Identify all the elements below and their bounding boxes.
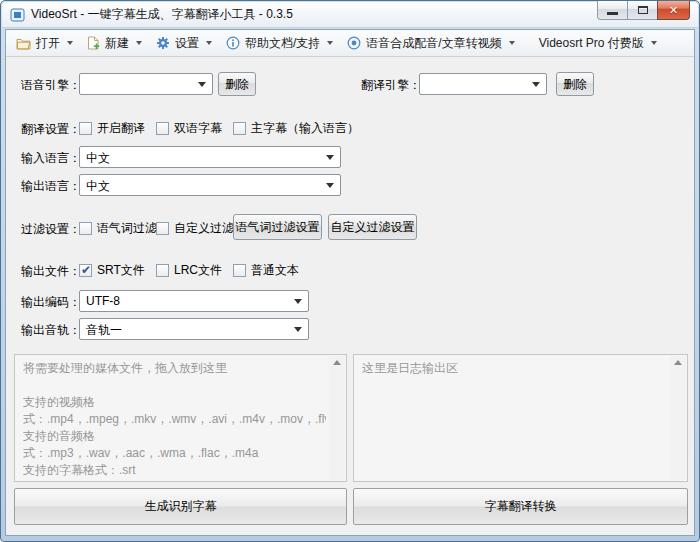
toolbar-tts-button[interactable]: 语音合成配音/文章转视频 <box>340 32 521 55</box>
checkbox-box <box>233 122 246 135</box>
combo-arrow-icon <box>326 183 334 188</box>
file-drop-scrollbar[interactable] <box>329 356 345 480</box>
translate-settings-label: 翻译设置： <box>21 121 81 138</box>
window-title: VideoSrt - 一键字幕生成、字幕翻译小工具 - 0.3.5 <box>31 6 293 23</box>
file-drop-hint: 将需要处理的媒体文件，拖入放到这里 支持的视频格式：.mp4，.mpeg，.mk… <box>23 360 326 477</box>
scroll-up-icon <box>333 360 341 365</box>
file-drop-line: 支持的视频格式：.mp4，.mpeg，.mkv，.wmv，.avi，.m4v，.… <box>23 394 326 428</box>
chevron-down-icon <box>206 41 212 45</box>
toolbar-help-label: 帮助文档/支持 <box>245 35 320 52</box>
checkbox-label: 主字幕（输入语言） <box>251 120 359 137</box>
checkbox-modal-word-filter[interactable]: 语气词过滤 <box>79 220 157 237</box>
app-icon <box>10 8 25 22</box>
checkbox-bilingual-subtitle[interactable]: 双语字幕 <box>156 120 222 137</box>
translate-engine-select[interactable] <box>419 73 547 95</box>
output-encoding-label: 输出编码： <box>21 294 81 311</box>
checkbox-lrc-file[interactable]: LRC文件 <box>156 262 222 279</box>
checkbox-label: SRT文件 <box>97 262 145 279</box>
modal-word-filter-settings-button[interactable]: 语气词过滤设置 <box>233 214 322 240</box>
log-scrollbar[interactable] <box>670 356 686 480</box>
combo-arrow-icon <box>294 327 302 332</box>
maximize-button[interactable] <box>627 1 658 20</box>
speech-engine-delete-button[interactable]: 删除 <box>218 72 256 96</box>
chevron-down-icon <box>651 41 657 45</box>
checkbox-main-subtitle[interactable]: 主字幕（输入语言） <box>233 120 359 137</box>
checkbox-label: 双语字幕 <box>174 120 222 137</box>
new-file-icon <box>87 36 100 50</box>
info-icon <box>226 36 240 50</box>
close-icon: ✕ <box>669 5 678 16</box>
output-files-label: 输出文件： <box>21 263 81 280</box>
toolbar-new-button[interactable]: 新建 <box>80 32 149 55</box>
voice-record-icon <box>347 36 361 50</box>
translate-engine-label: 翻译引擎： <box>361 77 421 94</box>
maximize-icon <box>638 6 648 14</box>
toolbar-tts-label: 语音合成配音/文章转视频 <box>366 35 501 52</box>
log-placeholder: 这里是日志输出区 <box>362 360 667 377</box>
file-drop-list[interactable]: 将需要处理的媒体文件，拖入放到这里 支持的视频格式：.mp4，.mpeg，.mk… <box>14 354 347 482</box>
toolbar-pro-label: Videosrt Pro 付费版 <box>539 35 644 52</box>
checkbox-box <box>79 122 92 135</box>
toolbar-settings-button[interactable]: 设置 <box>149 32 219 55</box>
checkbox-custom-filter[interactable]: 自定义过滤 <box>156 220 234 237</box>
checkbox-srt-file[interactable]: SRT文件 <box>79 262 145 279</box>
speech-engine-delete-label: 删除 <box>225 76 249 93</box>
folder-open-icon <box>16 37 31 50</box>
file-drop-line: 支持的音频格式：.mp3，.wav，.aac，.wma，.flac，.m4a <box>23 428 326 462</box>
checkbox-label: 语气词过滤 <box>97 220 157 237</box>
toolbar-help-button[interactable]: 帮助文档/支持 <box>219 32 340 55</box>
combo-arrow-icon <box>198 82 206 87</box>
file-drop-line: 支持的字幕格式：.srt <box>23 462 326 477</box>
checkbox-label: 开启翻译 <box>97 120 145 137</box>
output-track-value: 音轨一 <box>86 322 122 339</box>
toolbar-open-label: 打开 <box>36 35 60 52</box>
client-area: 打开 新建 <box>5 29 695 536</box>
speech-engine-label: 语音引擎： <box>21 77 81 94</box>
toolbar: 打开 新建 <box>6 30 694 57</box>
toolbar-new-label: 新建 <box>105 35 129 52</box>
translate-engine-delete-label: 删除 <box>563 76 587 93</box>
output-track-label: 输出音轨： <box>21 322 81 339</box>
toolbar-open-button[interactable]: 打开 <box>9 32 80 55</box>
filter-settings-label: 过滤设置： <box>21 221 81 238</box>
speech-engine-select[interactable] <box>79 73 213 95</box>
app-window: VideoSrt - 一键字幕生成、字幕翻译小工具 - 0.3.5 ✕ 打开 <box>0 0 700 542</box>
checkbox-box <box>156 122 169 135</box>
checkbox-label: 自定义过滤 <box>174 220 234 237</box>
checkbox-enable-translate[interactable]: 开启翻译 <box>79 120 145 137</box>
checkbox-box <box>156 264 169 277</box>
checkbox-box <box>79 264 92 277</box>
chevron-down-icon <box>327 41 333 45</box>
file-drop-line: 将需要处理的媒体文件，拖入放到这里 <box>23 360 326 377</box>
translate-engine-delete-button[interactable]: 删除 <box>556 72 594 96</box>
input-language-value: 中文 <box>86 150 110 167</box>
output-encoding-select[interactable]: UTF-8 <box>79 290 309 312</box>
generate-subtitle-button[interactable]: 生成识别字幕 <box>14 488 347 525</box>
combo-arrow-icon <box>294 299 302 304</box>
chevron-down-icon <box>509 41 515 45</box>
gear-icon <box>156 36 170 50</box>
file-drop-line <box>23 377 326 394</box>
output-encoding-value: UTF-8 <box>86 294 120 308</box>
output-language-select[interactable]: 中文 <box>79 174 341 196</box>
translate-subtitle-button[interactable]: 字幕翻译转换 <box>353 488 688 525</box>
output-track-select[interactable]: 音轨一 <box>79 318 309 340</box>
minimize-button[interactable] <box>597 1 628 20</box>
output-language-label: 输出语言： <box>21 178 81 195</box>
chevron-down-icon <box>67 41 73 45</box>
toolbar-pro-button[interactable]: Videosrt Pro 付费版 <box>532 32 664 55</box>
custom-filter-settings-button[interactable]: 自定义过滤设置 <box>328 214 417 240</box>
input-language-select[interactable]: 中文 <box>79 146 341 168</box>
translate-subtitle-label: 字幕翻译转换 <box>485 498 557 515</box>
scroll-up-icon <box>674 360 682 365</box>
checkbox-label: LRC文件 <box>174 262 222 279</box>
input-language-label: 输入语言： <box>21 150 81 167</box>
checkbox-plain-text[interactable]: 普通文本 <box>233 262 299 279</box>
combo-arrow-icon <box>326 155 334 160</box>
checkbox-box <box>233 264 246 277</box>
generate-subtitle-label: 生成识别字幕 <box>145 498 217 515</box>
titlebar: VideoSrt - 一键字幕生成、字幕翻译小工具 - 0.3.5 <box>2 2 698 28</box>
window-controls: ✕ <box>598 1 690 20</box>
close-button[interactable]: ✕ <box>657 1 690 20</box>
log-output-area[interactable]: 这里是日志输出区 <box>353 354 688 482</box>
